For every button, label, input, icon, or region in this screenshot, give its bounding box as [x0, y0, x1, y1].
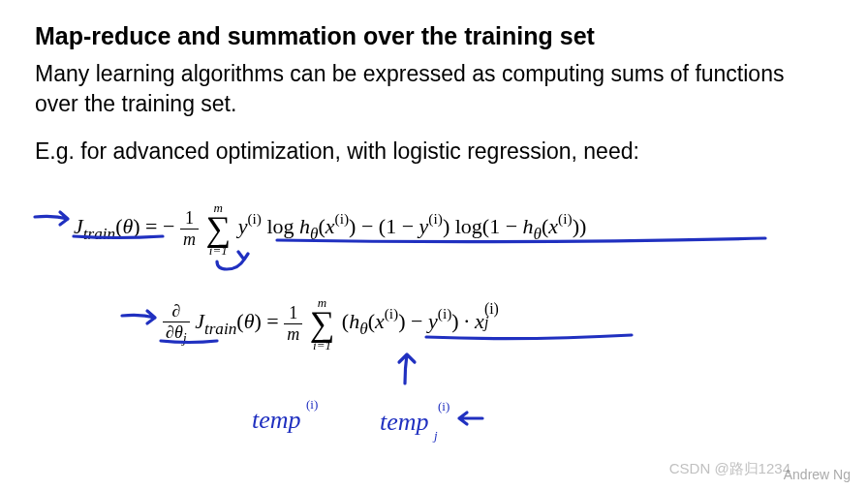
- handwritten-tempj-sub: j: [432, 428, 438, 443]
- eq2-frac-num: 1: [284, 303, 302, 324]
- eq1-sep: − (1 −: [361, 214, 419, 238]
- eq1-1-over-m: 1 m: [180, 208, 199, 250]
- eq2-J: J: [195, 309, 204, 333]
- eq1-sum-sigma: ∑: [205, 214, 231, 244]
- eq2-xj-supsub: (i)j: [484, 302, 499, 330]
- eq2-sum-sigma: ∑: [310, 309, 335, 339]
- eq1-summation: m ∑ i=1: [205, 201, 231, 257]
- paragraph-example-lead: E.g. for advanced optimization, with log…: [35, 137, 829, 167]
- eq2-J-sub: train: [204, 320, 236, 338]
- eq1-x: x: [326, 214, 335, 238]
- eq1-y-sup: (i): [247, 210, 262, 227]
- eq1-h2: h: [523, 214, 534, 238]
- eq2-partial-frac: ∂ ∂θj: [163, 301, 190, 347]
- eq1-x-sup: (i): [335, 210, 350, 227]
- eq1-theta: θ: [122, 214, 133, 238]
- eq2-minus-y: ) −: [398, 309, 428, 333]
- eq2-h-sub: θ: [359, 320, 367, 338]
- handwritten-temp-label: temp: [252, 406, 301, 434]
- eq2-equals: =: [266, 309, 284, 333]
- left-arrow-icon: [459, 413, 482, 424]
- eq2-x: x: [375, 309, 385, 333]
- eq1-x2: x: [548, 214, 558, 238]
- watermark-author: Andrew Ng: [784, 467, 851, 482]
- eq1-log2: log(1 −: [455, 214, 523, 238]
- eq2-sum-bot: i=1: [310, 339, 335, 352]
- equation-cost-function: Jtrain(θ) = − 1 m m ∑ i=1 y(i) log hθ(x(…: [74, 201, 586, 257]
- eq1-h: h: [299, 214, 310, 238]
- eq2-xj-sub: j: [484, 314, 488, 330]
- eq1-J: J: [74, 214, 83, 238]
- eq1-x2-sup: (i): [558, 210, 573, 227]
- handwritten-tempj-sup: (i): [438, 399, 450, 413]
- handwritten-temp-sup: (i): [306, 397, 318, 412]
- eq1-equals: =: [145, 214, 163, 238]
- eq2-summation: m ∑ i=1: [310, 296, 335, 352]
- eq2-y-sup: (i): [438, 305, 452, 322]
- watermark-csdn: CSDN @路归1234: [669, 460, 790, 478]
- eq2-partial-num: ∂: [163, 301, 190, 322]
- eq2-h: h: [349, 309, 359, 333]
- arrow-icon: [35, 212, 68, 225]
- eq1-sum-bot: i=1: [205, 244, 231, 257]
- eq1-log1: log: [266, 214, 299, 238]
- eq2-theta: θ: [244, 309, 255, 333]
- eq2-partial-den: ∂θj: [163, 322, 190, 347]
- eq2-close-dot: ) ·: [451, 309, 475, 333]
- arrow-icon: [122, 311, 155, 323]
- up-arrow-icon: [399, 354, 415, 383]
- eq1-y2: y: [419, 214, 429, 238]
- eq1-y2-sup: (i): [428, 210, 443, 227]
- eq2-1-over-m: 1 m: [284, 303, 302, 345]
- eq1-close1: ): [443, 214, 455, 238]
- eq1-frac-num: 1: [180, 208, 199, 230]
- eq1-h2-sub: θ: [534, 225, 542, 243]
- eq2-x-sup: (i): [385, 305, 399, 322]
- eq1-h-sub: θ: [310, 225, 318, 243]
- equation-gradient: ∂ ∂θj Jtrain(θ) = 1 m m ∑ i=1 (hθ(x(i)) …: [163, 296, 499, 352]
- eq1-J-sub: train: [83, 225, 115, 243]
- eq2-frac-den: m: [284, 324, 302, 345]
- eq2-y: y: [428, 309, 438, 333]
- eq1-close2: )): [573, 214, 587, 238]
- slide-title: Map-reduce and summation over the traini…: [35, 21, 829, 51]
- eq1-y: y: [238, 214, 248, 238]
- eq2-xj: x: [475, 309, 484, 333]
- eq1-frac-den: m: [180, 230, 199, 250]
- eq2-partial-den-sub: j: [183, 330, 187, 346]
- eq1-minus: −: [163, 214, 174, 238]
- eq2-partial-den-text: ∂θ: [166, 322, 183, 342]
- paragraph-intro: Many learning algorithms can be expresse…: [35, 59, 829, 119]
- handwritten-tempj-label: temp: [380, 408, 429, 436]
